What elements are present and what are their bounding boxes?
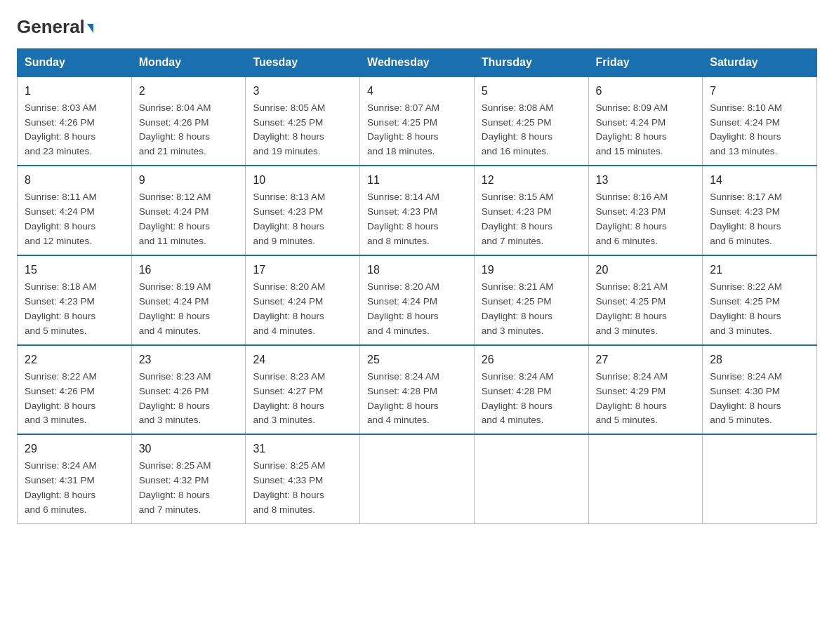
day-info: Sunrise: 8:05 AMSunset: 4:25 PMDaylight:… bbox=[253, 101, 352, 160]
day-info: Sunrise: 8:10 AMSunset: 4:24 PMDaylight:… bbox=[710, 101, 809, 160]
calendar-cell: 14 Sunrise: 8:17 AMSunset: 4:23 PMDaylig… bbox=[703, 166, 817, 255]
day-info: Sunrise: 8:20 AMSunset: 4:24 PMDaylight:… bbox=[253, 280, 352, 339]
day-info: Sunrise: 8:21 AMSunset: 4:25 PMDaylight:… bbox=[596, 280, 696, 339]
day-info: Sunrise: 8:24 AMSunset: 4:30 PMDaylight:… bbox=[710, 370, 809, 429]
day-info: Sunrise: 8:08 AMSunset: 4:25 PMDaylight:… bbox=[482, 101, 581, 160]
day-number: 27 bbox=[596, 351, 696, 368]
calendar-cell: 21 Sunrise: 8:22 AMSunset: 4:25 PMDaylig… bbox=[703, 255, 817, 345]
day-number: 29 bbox=[25, 441, 124, 457]
calendar-cell: 20 Sunrise: 8:21 AMSunset: 4:25 PMDaylig… bbox=[588, 255, 703, 345]
calendar-cell: 17 Sunrise: 8:20 AMSunset: 4:24 PMDaylig… bbox=[246, 255, 360, 345]
day-info: Sunrise: 8:09 AMSunset: 4:24 PMDaylight:… bbox=[596, 101, 696, 160]
day-info: Sunrise: 8:23 AMSunset: 4:26 PMDaylight:… bbox=[139, 370, 239, 429]
day-info: Sunrise: 8:24 AMSunset: 4:29 PMDaylight:… bbox=[596, 370, 696, 429]
day-number: 19 bbox=[482, 262, 581, 279]
day-info: Sunrise: 8:04 AMSunset: 4:26 PMDaylight:… bbox=[139, 101, 239, 160]
day-number: 25 bbox=[367, 351, 467, 368]
calendar-cell: 27 Sunrise: 8:24 AMSunset: 4:29 PMDaylig… bbox=[588, 345, 703, 435]
calendar-cell: 30 Sunrise: 8:25 AMSunset: 4:32 PMDaylig… bbox=[131, 434, 246, 523]
day-info: Sunrise: 8:15 AMSunset: 4:23 PMDaylight:… bbox=[482, 190, 581, 249]
day-number: 18 bbox=[367, 262, 467, 279]
calendar-cell: 11 Sunrise: 8:14 AMSunset: 4:23 PMDaylig… bbox=[360, 166, 475, 255]
day-number: 5 bbox=[482, 83, 581, 100]
calendar-cell: 25 Sunrise: 8:24 AMSunset: 4:28 PMDaylig… bbox=[360, 345, 475, 435]
calendar-cell bbox=[360, 434, 475, 523]
day-info: Sunrise: 8:21 AMSunset: 4:25 PMDaylight:… bbox=[482, 280, 581, 339]
page-header: General bbox=[17, 17, 817, 34]
day-number: 21 bbox=[710, 262, 809, 279]
calendar-cell: 6 Sunrise: 8:09 AMSunset: 4:24 PMDayligh… bbox=[588, 76, 703, 166]
day-info: Sunrise: 8:16 AMSunset: 4:23 PMDaylight:… bbox=[596, 190, 696, 249]
calendar-cell: 16 Sunrise: 8:19 AMSunset: 4:24 PMDaylig… bbox=[131, 255, 246, 345]
day-number: 12 bbox=[482, 172, 581, 189]
day-number: 30 bbox=[139, 441, 239, 457]
weekday-header-friday: Friday bbox=[588, 48, 703, 76]
calendar-cell: 1 Sunrise: 8:03 AMSunset: 4:26 PMDayligh… bbox=[18, 76, 132, 166]
weekday-header-wednesday: Wednesday bbox=[360, 48, 475, 76]
calendar-cell: 19 Sunrise: 8:21 AMSunset: 4:25 PMDaylig… bbox=[474, 255, 588, 345]
day-info: Sunrise: 8:12 AMSunset: 4:24 PMDaylight:… bbox=[139, 190, 239, 249]
day-number: 10 bbox=[253, 172, 352, 189]
day-info: Sunrise: 8:24 AMSunset: 4:28 PMDaylight:… bbox=[367, 370, 467, 429]
day-info: Sunrise: 8:03 AMSunset: 4:26 PMDaylight:… bbox=[25, 101, 124, 160]
calendar-cell: 12 Sunrise: 8:15 AMSunset: 4:23 PMDaylig… bbox=[474, 166, 588, 255]
day-number: 7 bbox=[710, 83, 809, 100]
calendar-cell: 28 Sunrise: 8:24 AMSunset: 4:30 PMDaylig… bbox=[703, 345, 817, 435]
calendar-cell: 24 Sunrise: 8:23 AMSunset: 4:27 PMDaylig… bbox=[246, 345, 360, 435]
day-number: 8 bbox=[25, 172, 124, 189]
day-number: 1 bbox=[25, 83, 124, 100]
calendar-cell: 23 Sunrise: 8:23 AMSunset: 4:26 PMDaylig… bbox=[131, 345, 246, 435]
logo: General bbox=[17, 17, 93, 34]
calendar-cell: 13 Sunrise: 8:16 AMSunset: 4:23 PMDaylig… bbox=[588, 166, 703, 255]
day-info: Sunrise: 8:19 AMSunset: 4:24 PMDaylight:… bbox=[139, 280, 239, 339]
calendar-cell bbox=[703, 434, 817, 523]
calendar-table: SundayMondayTuesdayWednesdayThursdayFrid… bbox=[17, 48, 817, 524]
day-info: Sunrise: 8:22 AMSunset: 4:26 PMDaylight:… bbox=[25, 370, 124, 429]
day-info: Sunrise: 8:07 AMSunset: 4:25 PMDaylight:… bbox=[367, 101, 467, 160]
day-number: 6 bbox=[596, 83, 696, 100]
week-row-1: 1 Sunrise: 8:03 AMSunset: 4:26 PMDayligh… bbox=[18, 76, 817, 166]
calendar-cell: 26 Sunrise: 8:24 AMSunset: 4:28 PMDaylig… bbox=[474, 345, 588, 435]
calendar-cell: 2 Sunrise: 8:04 AMSunset: 4:26 PMDayligh… bbox=[131, 76, 246, 166]
weekday-header-tuesday: Tuesday bbox=[246, 48, 360, 76]
header-row: SundayMondayTuesdayWednesdayThursdayFrid… bbox=[18, 48, 817, 76]
calendar-cell: 15 Sunrise: 8:18 AMSunset: 4:23 PMDaylig… bbox=[18, 255, 132, 345]
day-number: 20 bbox=[596, 262, 696, 279]
day-number: 13 bbox=[596, 172, 696, 189]
logo-top: General bbox=[17, 17, 93, 37]
calendar-cell: 18 Sunrise: 8:20 AMSunset: 4:24 PMDaylig… bbox=[360, 255, 475, 345]
day-number: 22 bbox=[25, 351, 124, 368]
day-number: 17 bbox=[253, 262, 352, 279]
day-info: Sunrise: 8:11 AMSunset: 4:24 PMDaylight:… bbox=[25, 190, 124, 249]
day-info: Sunrise: 8:14 AMSunset: 4:23 PMDaylight:… bbox=[367, 190, 467, 249]
day-number: 24 bbox=[253, 351, 352, 368]
calendar-cell: 31 Sunrise: 8:25 AMSunset: 4:33 PMDaylig… bbox=[246, 434, 360, 523]
day-number: 31 bbox=[253, 441, 352, 457]
day-info: Sunrise: 8:17 AMSunset: 4:23 PMDaylight:… bbox=[710, 190, 809, 249]
day-number: 15 bbox=[25, 262, 124, 279]
day-info: Sunrise: 8:24 AMSunset: 4:31 PMDaylight:… bbox=[25, 459, 124, 518]
calendar-cell bbox=[588, 434, 703, 523]
week-row-2: 8 Sunrise: 8:11 AMSunset: 4:24 PMDayligh… bbox=[18, 166, 817, 255]
day-info: Sunrise: 8:13 AMSunset: 4:23 PMDaylight:… bbox=[253, 190, 352, 249]
week-row-4: 22 Sunrise: 8:22 AMSunset: 4:26 PMDaylig… bbox=[18, 345, 817, 435]
weekday-header-thursday: Thursday bbox=[474, 48, 588, 76]
day-info: Sunrise: 8:20 AMSunset: 4:24 PMDaylight:… bbox=[367, 280, 467, 339]
calendar-cell: 9 Sunrise: 8:12 AMSunset: 4:24 PMDayligh… bbox=[131, 166, 246, 255]
calendar-cell: 8 Sunrise: 8:11 AMSunset: 4:24 PMDayligh… bbox=[18, 166, 132, 255]
weekday-header-sunday: Sunday bbox=[18, 48, 132, 76]
day-number: 23 bbox=[139, 351, 239, 368]
day-info: Sunrise: 8:23 AMSunset: 4:27 PMDaylight:… bbox=[253, 370, 352, 429]
day-number: 14 bbox=[710, 172, 809, 189]
day-info: Sunrise: 8:25 AMSunset: 4:32 PMDaylight:… bbox=[139, 459, 239, 518]
weekday-header-monday: Monday bbox=[131, 48, 246, 76]
calendar-cell: 22 Sunrise: 8:22 AMSunset: 4:26 PMDaylig… bbox=[18, 345, 132, 435]
calendar-cell: 3 Sunrise: 8:05 AMSunset: 4:25 PMDayligh… bbox=[246, 76, 360, 166]
weekday-header-saturday: Saturday bbox=[703, 48, 817, 76]
calendar-cell: 5 Sunrise: 8:08 AMSunset: 4:25 PMDayligh… bbox=[474, 76, 588, 166]
week-row-3: 15 Sunrise: 8:18 AMSunset: 4:23 PMDaylig… bbox=[18, 255, 817, 345]
day-number: 11 bbox=[367, 172, 467, 189]
day-info: Sunrise: 8:18 AMSunset: 4:23 PMDaylight:… bbox=[25, 280, 124, 339]
calendar-cell: 4 Sunrise: 8:07 AMSunset: 4:25 PMDayligh… bbox=[360, 76, 475, 166]
day-number: 4 bbox=[367, 83, 467, 100]
